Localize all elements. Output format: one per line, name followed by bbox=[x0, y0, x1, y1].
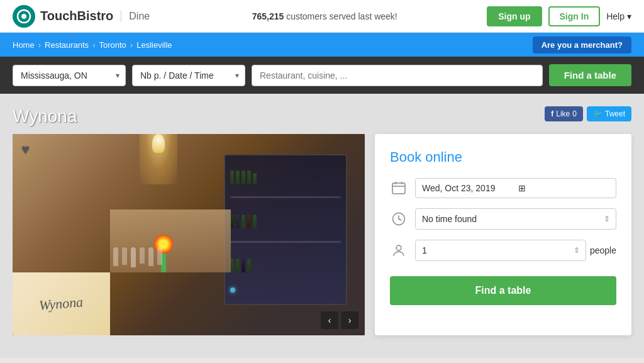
svg-point-10 bbox=[396, 245, 401, 250]
date-time-select[interactable]: Nb p. / Date / Time bbox=[132, 65, 245, 86]
signup-button[interactable]: Sign up bbox=[487, 6, 541, 26]
people-select[interactable]: 1 2 3 4 5 6 bbox=[415, 240, 586, 261]
restaurant-photo-area: ♥ Wynona ‹ › bbox=[13, 134, 365, 335]
calendar-icon bbox=[390, 179, 408, 197]
dine-label: Dine bbox=[121, 11, 150, 22]
breadcrumb-sep-1: › bbox=[38, 40, 41, 50]
main-content: Wynona f Like 0 🐦 Tweet bbox=[0, 94, 644, 358]
booking-find-table-button[interactable]: Find a table bbox=[390, 276, 616, 305]
stats-suffix: customers served last week! bbox=[284, 11, 397, 21]
person-icon bbox=[390, 242, 408, 259]
help-label: Help bbox=[606, 11, 625, 21]
restaurant-search-input[interactable] bbox=[252, 65, 543, 86]
breadcrumb-home[interactable]: Home bbox=[13, 40, 35, 50]
twitter-tweet-button[interactable]: 🐦 Tweet bbox=[587, 106, 631, 121]
breadcrumb-sep-3: › bbox=[130, 40, 133, 50]
search-bar: Mississauga, ON Nb p. / Date / Time Find… bbox=[0, 57, 644, 94]
breadcrumb-neighborhood[interactable]: Leslieville bbox=[136, 40, 172, 50]
facebook-like-button[interactable]: f Like 0 bbox=[545, 106, 583, 121]
logo-text: TouchBistro bbox=[40, 9, 113, 23]
booking-panel: Book online Wed, Oct 23, 2019 ⊞ bbox=[375, 134, 631, 335]
wine-fridge bbox=[224, 154, 347, 305]
find-table-button[interactable]: Find a table bbox=[549, 64, 631, 86]
breadcrumb-sep-2: › bbox=[92, 40, 95, 50]
people-label: people bbox=[590, 245, 616, 255]
top-nav-actions: Sign up Sign In Help ▾ bbox=[487, 6, 631, 26]
twitter-icon: 🐦 bbox=[593, 109, 602, 118]
favorite-button[interactable]: ♥ bbox=[21, 142, 30, 158]
wynona-script-logo: Wynona bbox=[38, 294, 84, 314]
touchbistro-logo-icon bbox=[13, 5, 35, 28]
date-select-wrapper: Nb p. / Date / Time bbox=[132, 65, 245, 86]
photo-navigation: ‹ › bbox=[321, 311, 358, 329]
wine-glasses bbox=[113, 247, 162, 267]
clock-icon bbox=[390, 210, 408, 228]
help-dropdown[interactable]: Help ▾ bbox=[606, 11, 631, 21]
svg-rect-3 bbox=[392, 183, 405, 194]
location-select[interactable]: Mississauga, ON bbox=[13, 65, 126, 86]
booking-title: Book online bbox=[390, 149, 616, 165]
people-field: 1 2 3 4 5 6 people bbox=[390, 240, 616, 261]
breadcrumb: Home › Restaurants › Toronto › Leslievil… bbox=[13, 40, 172, 50]
help-chevron-icon: ▾ bbox=[627, 11, 631, 21]
location-select-wrapper: Mississauga, ON bbox=[13, 65, 126, 86]
stats-number: 765,215 bbox=[252, 11, 284, 21]
date-input[interactable]: Wed, Oct 23, 2019 ⊞ bbox=[415, 178, 616, 198]
date-field: Wed, Oct 23, 2019 ⊞ bbox=[390, 178, 616, 198]
date-value: Wed, Oct 23, 2019 bbox=[422, 183, 513, 193]
photo-prev-button[interactable]: ‹ bbox=[321, 311, 338, 329]
signin-button[interactable]: Sign In bbox=[548, 6, 601, 26]
top-navigation: TouchBistro Dine 765,215 customers serve… bbox=[0, 0, 644, 33]
stats-text: 765,215 customers served last week! bbox=[162, 11, 487, 21]
svg-point-2 bbox=[21, 14, 26, 19]
breadcrumb-city[interactable]: Toronto bbox=[99, 40, 126, 50]
time-select[interactable]: No time found bbox=[415, 208, 616, 230]
restaurant-header: Wynona f Like 0 🐦 Tweet bbox=[13, 106, 631, 126]
social-buttons: f Like 0 🐦 Tweet bbox=[545, 106, 631, 121]
breadcrumb-restaurants[interactable]: Restaurants bbox=[45, 40, 89, 50]
logo-thumbnail: Wynona bbox=[13, 272, 110, 335]
logo-area: TouchBistro Dine bbox=[13, 5, 150, 28]
restaurant-name: Wynona bbox=[13, 106, 77, 126]
like-count: 0 bbox=[572, 109, 577, 118]
time-select-wrapper: No time found bbox=[415, 208, 616, 230]
content-row: ♥ Wynona ‹ › Book online bbox=[13, 134, 631, 335]
people-select-wrapper: 1 2 3 4 5 6 bbox=[415, 240, 586, 261]
breadcrumb-bar: Home › Restaurants › Toronto › Leslievil… bbox=[0, 33, 644, 57]
tweet-label: Tweet bbox=[605, 109, 625, 118]
people-wrapper: 1 2 3 4 5 6 people bbox=[415, 240, 616, 261]
facebook-icon: f bbox=[551, 109, 553, 118]
calendar-grid-icon: ⊞ bbox=[518, 183, 609, 193]
heart-icon: ♥ bbox=[21, 142, 30, 157]
svg-line-9 bbox=[399, 219, 401, 220]
photo-next-button[interactable]: › bbox=[341, 311, 358, 329]
like-label: Like bbox=[556, 109, 570, 118]
merchant-button[interactable]: Are you a merchant? bbox=[533, 36, 631, 53]
time-field: No time found bbox=[390, 208, 616, 230]
